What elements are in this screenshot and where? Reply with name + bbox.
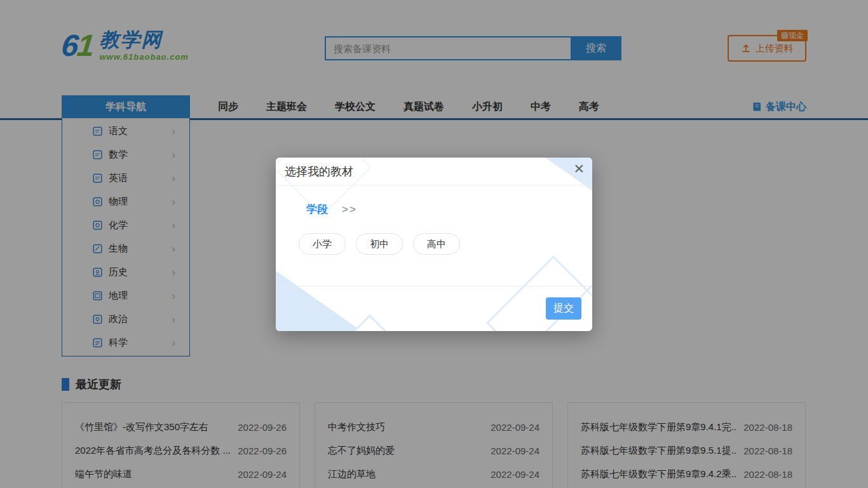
- dialog-header: 选择我的教材: [276, 158, 592, 186]
- page: 61 教学网 www.61baobao.com 搜索 上传资料 赚现金 学科导航…: [0, 0, 868, 488]
- stage-tab[interactable]: 学段: [306, 202, 328, 217]
- footer-divider: [276, 286, 592, 287]
- decorative-triangle: [276, 271, 362, 331]
- submit-button[interactable]: 提交: [546, 297, 581, 320]
- option-senior-high[interactable]: 高中: [413, 233, 460, 255]
- option-primary-school[interactable]: 小学: [299, 233, 346, 255]
- select-textbook-dialog: 选择我的教材 ✕ 学段 >> 小学 初中 高中 提交: [276, 158, 592, 331]
- stage-options: 小学 初中 高中: [299, 233, 592, 255]
- arrows-icon: >>: [342, 203, 357, 216]
- dialog-title: 选择我的教材: [285, 164, 353, 179]
- option-junior-high[interactable]: 初中: [356, 233, 403, 255]
- dialog-body: 学段 >> 小学 初中 高中: [276, 202, 592, 255]
- close-icon[interactable]: ✕: [573, 162, 585, 175]
